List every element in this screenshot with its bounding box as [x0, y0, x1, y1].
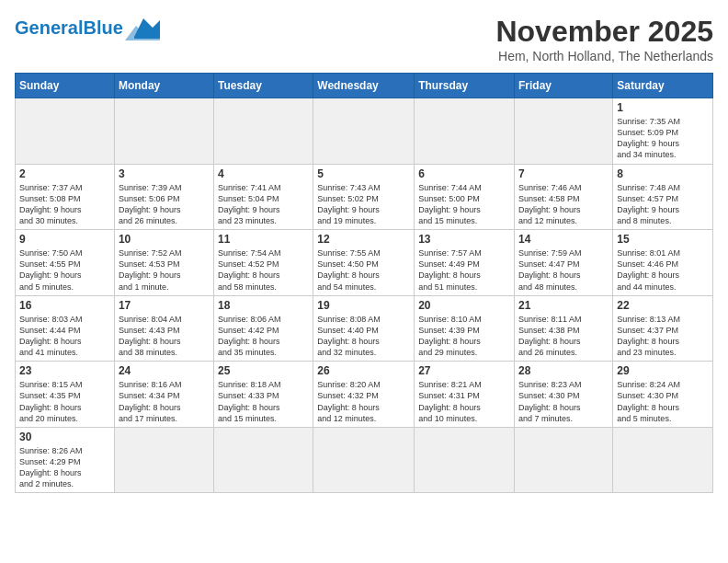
day-number: 30	[19, 431, 110, 443]
day-number: 16	[19, 299, 110, 312]
calendar-day-cell: 17Sunrise: 8:04 AM Sunset: 4:43 PM Dayli…	[114, 295, 213, 362]
day-number: 21	[518, 299, 609, 312]
day-info: Sunrise: 7:46 AM Sunset: 4:58 PM Dayligh…	[518, 182, 609, 227]
day-info: Sunrise: 7:41 AM Sunset: 5:04 PM Dayligh…	[218, 182, 309, 227]
day-info: Sunrise: 8:06 AM Sunset: 4:42 PM Dayligh…	[218, 314, 309, 359]
day-info: Sunrise: 7:54 AM Sunset: 4:52 PM Dayligh…	[218, 247, 309, 293]
calendar-day-cell: 12Sunrise: 7:55 AM Sunset: 4:50 PM Dayli…	[313, 230, 415, 296]
logo-icon	[125, 15, 160, 40]
day-number: 11	[218, 233, 309, 246]
day-number: 1	[617, 101, 709, 114]
calendar-day-cell: 13Sunrise: 7:57 AM Sunset: 4:49 PM Dayli…	[415, 230, 515, 296]
calendar-day-cell: 9Sunrise: 7:50 AM Sunset: 4:55 PM Daylig…	[16, 230, 115, 296]
weekday-header: Friday	[515, 74, 613, 98]
day-info: Sunrise: 7:35 AM Sunset: 5:09 PM Dayligh…	[617, 116, 709, 161]
day-number: 8	[617, 167, 709, 180]
logo: GeneralBlue	[15, 15, 160, 40]
day-number: 28	[518, 364, 609, 377]
day-info: Sunrise: 8:24 AM Sunset: 4:30 PM Dayligh…	[617, 379, 709, 424]
weekday-header: Wednesday	[313, 74, 415, 98]
day-number: 3	[119, 167, 210, 180]
day-info: Sunrise: 8:01 AM Sunset: 4:46 PM Dayligh…	[617, 247, 709, 293]
weekday-header-row: SundayMondayTuesdayWednesdayThursdayFrid…	[16, 74, 713, 98]
calendar-day-cell	[515, 98, 613, 165]
day-number: 12	[317, 233, 410, 246]
calendar-day-cell: 28Sunrise: 8:23 AM Sunset: 4:30 PM Dayli…	[515, 362, 613, 428]
calendar-day-cell: 25Sunrise: 8:18 AM Sunset: 4:33 PM Dayli…	[214, 362, 313, 428]
calendar-day-cell: 26Sunrise: 8:20 AM Sunset: 4:32 PM Dayli…	[313, 362, 415, 428]
calendar-day-cell	[214, 427, 313, 493]
calendar-day-cell: 5Sunrise: 7:43 AM Sunset: 5:02 PM Daylig…	[313, 164, 415, 230]
calendar-day-cell: 24Sunrise: 8:16 AM Sunset: 4:34 PM Dayli…	[114, 362, 213, 428]
day-number: 23	[19, 364, 110, 377]
calendar-day-cell: 1Sunrise: 7:35 AM Sunset: 5:09 PM Daylig…	[613, 98, 713, 165]
calendar-day-cell	[415, 427, 515, 493]
calendar-day-cell: 16Sunrise: 8:03 AM Sunset: 4:44 PM Dayli…	[16, 295, 115, 362]
day-number: 24	[119, 364, 210, 377]
calendar-day-cell	[415, 98, 515, 165]
day-info: Sunrise: 7:44 AM Sunset: 5:00 PM Dayligh…	[418, 182, 510, 227]
calendar-day-cell: 6Sunrise: 7:44 AM Sunset: 5:00 PM Daylig…	[415, 164, 515, 230]
calendar-week-row: 30Sunrise: 8:26 AM Sunset: 4:29 PM Dayli…	[16, 427, 713, 493]
calendar-table: SundayMondayTuesdayWednesdayThursdayFrid…	[15, 73, 713, 493]
day-number: 20	[418, 299, 510, 312]
calendar-day-cell: 4Sunrise: 7:41 AM Sunset: 5:04 PM Daylig…	[214, 164, 313, 230]
day-info: Sunrise: 8:18 AM Sunset: 4:33 PM Dayligh…	[218, 379, 309, 424]
calendar-day-cell: 20Sunrise: 8:10 AM Sunset: 4:39 PM Dayli…	[415, 295, 515, 362]
day-number: 5	[317, 167, 410, 180]
calendar-day-cell: 3Sunrise: 7:39 AM Sunset: 5:06 PM Daylig…	[114, 164, 213, 230]
day-number: 22	[617, 299, 709, 312]
weekday-header: Thursday	[415, 74, 515, 98]
weekday-header: Sunday	[16, 74, 115, 98]
calendar-day-cell: 11Sunrise: 7:54 AM Sunset: 4:52 PM Dayli…	[214, 230, 313, 296]
day-number: 14	[518, 233, 609, 246]
calendar-day-cell: 14Sunrise: 7:59 AM Sunset: 4:47 PM Dayli…	[515, 230, 613, 296]
weekday-header: Monday	[114, 74, 213, 98]
day-info: Sunrise: 7:43 AM Sunset: 5:02 PM Dayligh…	[317, 182, 410, 227]
calendar-day-cell: 2Sunrise: 7:37 AM Sunset: 5:08 PM Daylig…	[16, 164, 115, 230]
day-number: 7	[518, 167, 609, 180]
day-number: 18	[218, 299, 309, 312]
day-number: 29	[617, 364, 709, 377]
calendar-day-cell	[214, 98, 313, 165]
day-number: 25	[218, 364, 309, 377]
calendar-day-cell	[16, 98, 115, 165]
calendar-day-cell	[613, 427, 713, 493]
day-number: 15	[617, 233, 709, 246]
day-number: 4	[218, 167, 309, 180]
day-info: Sunrise: 7:57 AM Sunset: 4:49 PM Dayligh…	[418, 247, 510, 293]
logo-text: GeneralBlue	[15, 18, 123, 37]
day-number: 19	[317, 299, 410, 312]
day-info: Sunrise: 7:39 AM Sunset: 5:06 PM Dayligh…	[119, 182, 210, 227]
day-info: Sunrise: 8:08 AM Sunset: 4:40 PM Dayligh…	[317, 314, 410, 359]
calendar-day-cell	[515, 427, 613, 493]
day-info: Sunrise: 7:50 AM Sunset: 4:55 PM Dayligh…	[19, 247, 110, 293]
day-info: Sunrise: 7:48 AM Sunset: 4:57 PM Dayligh…	[617, 182, 709, 227]
title-area: November 2025 Hem, North Holland, The Ne…	[495, 15, 713, 63]
calendar-week-row: 16Sunrise: 8:03 AM Sunset: 4:44 PM Dayli…	[16, 295, 713, 362]
day-info: Sunrise: 8:21 AM Sunset: 4:31 PM Dayligh…	[418, 379, 510, 424]
day-info: Sunrise: 8:10 AM Sunset: 4:39 PM Dayligh…	[418, 314, 510, 359]
calendar-day-cell: 30Sunrise: 8:26 AM Sunset: 4:29 PM Dayli…	[16, 427, 115, 493]
calendar-day-cell: 10Sunrise: 7:52 AM Sunset: 4:53 PM Dayli…	[114, 230, 213, 296]
calendar-day-cell: 8Sunrise: 7:48 AM Sunset: 4:57 PM Daylig…	[613, 164, 713, 230]
day-info: Sunrise: 7:55 AM Sunset: 4:50 PM Dayligh…	[317, 247, 410, 293]
day-info: Sunrise: 8:11 AM Sunset: 4:38 PM Dayligh…	[518, 314, 609, 359]
day-info: Sunrise: 8:16 AM Sunset: 4:34 PM Dayligh…	[119, 379, 210, 424]
calendar-week-row: 9Sunrise: 7:50 AM Sunset: 4:55 PM Daylig…	[16, 230, 713, 296]
day-info: Sunrise: 8:20 AM Sunset: 4:32 PM Dayligh…	[317, 379, 410, 424]
day-number: 6	[418, 167, 510, 180]
calendar-day-cell: 27Sunrise: 8:21 AM Sunset: 4:31 PM Dayli…	[415, 362, 515, 428]
weekday-header: Saturday	[613, 74, 713, 98]
month-title: November 2025	[495, 15, 713, 49]
day-number: 10	[119, 233, 210, 246]
day-info: Sunrise: 8:04 AM Sunset: 4:43 PM Dayligh…	[119, 314, 210, 359]
day-number: 13	[418, 233, 510, 246]
calendar-day-cell: 15Sunrise: 8:01 AM Sunset: 4:46 PM Dayli…	[613, 230, 713, 296]
page-header: GeneralBlue November 2025 Hem, North Hol…	[15, 15, 713, 63]
calendar-day-cell: 18Sunrise: 8:06 AM Sunset: 4:42 PM Dayli…	[214, 295, 313, 362]
day-info: Sunrise: 8:03 AM Sunset: 4:44 PM Dayligh…	[19, 314, 110, 359]
day-info: Sunrise: 8:15 AM Sunset: 4:35 PM Dayligh…	[19, 379, 110, 424]
calendar-day-cell: 29Sunrise: 8:24 AM Sunset: 4:30 PM Dayli…	[613, 362, 713, 428]
day-number: 9	[19, 233, 110, 246]
